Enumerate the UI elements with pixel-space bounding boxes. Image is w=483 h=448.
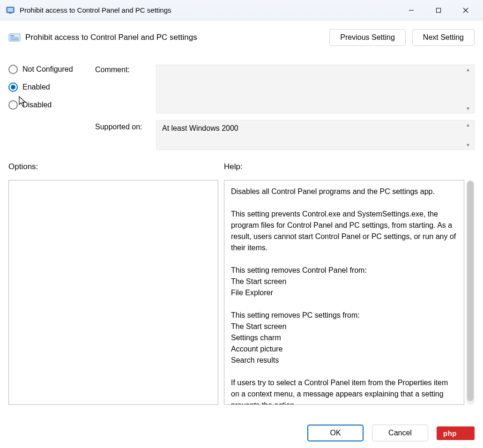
radio-enabled[interactable]: Enabled xyxy=(8,82,95,92)
supported-scroll[interactable]: ▲▼ xyxy=(464,122,472,148)
radio-icon xyxy=(8,100,18,110)
comment-scroll[interactable]: ▲▼ xyxy=(464,67,472,111)
help-text: Disables all Control Panel programs and … xyxy=(231,186,457,197)
help-text: Settings charm xyxy=(231,332,457,343)
help-text: This setting prevents Control.exe and Sy… xyxy=(231,209,457,254)
app-icon xyxy=(6,6,15,15)
radio-not-configured[interactable]: Not Configured xyxy=(8,65,95,74)
help-text: This setting removes PC settings from: xyxy=(231,310,457,321)
close-button[interactable] xyxy=(452,1,479,20)
minimize-button[interactable] xyxy=(398,1,425,20)
help-scrollbar-thumb[interactable] xyxy=(467,181,474,401)
policy-title: Prohibit access to Control Panel and PC … xyxy=(25,33,197,42)
comment-input[interactable]: ▲▼ xyxy=(156,65,475,113)
radio-disabled[interactable]: Disabled xyxy=(8,100,95,110)
cancel-button[interactable]: Cancel xyxy=(372,425,428,441)
radio-label: Not Configured xyxy=(22,65,73,74)
help-text: Account picture xyxy=(231,343,457,355)
help-text: The Start screen xyxy=(231,321,457,332)
watermark-badge: php xyxy=(437,426,475,440)
options-panel xyxy=(8,180,218,405)
help-text: The Start screen xyxy=(231,276,457,287)
radio-label: Disabled xyxy=(22,101,52,109)
help-text: Search results xyxy=(231,355,457,366)
window-titlebar: Prohibit access to Control Panel and PC … xyxy=(0,0,483,21)
comment-label: Comment: xyxy=(95,65,156,120)
previous-setting-button[interactable]: Previous Setting xyxy=(329,29,406,46)
svg-rect-8 xyxy=(10,35,14,37)
supported-on-text: At least Windows 2000 xyxy=(162,124,238,132)
help-text: This setting removes Control Panel from: xyxy=(231,265,457,276)
help-panel: Disables all Control Panel programs and … xyxy=(224,180,464,405)
radio-icon xyxy=(8,82,18,92)
policy-icon xyxy=(8,32,21,43)
svg-rect-10 xyxy=(10,39,19,40)
next-setting-button[interactable]: Next Setting xyxy=(412,29,475,46)
ok-button[interactable]: OK xyxy=(307,425,364,441)
supported-on-label: Supported on: xyxy=(95,120,156,150)
radio-icon xyxy=(8,65,18,74)
options-label: Options: xyxy=(8,162,218,172)
help-label: Help: xyxy=(224,162,475,172)
help-scrollbar[interactable] xyxy=(466,180,475,405)
svg-rect-4 xyxy=(437,8,441,12)
svg-rect-1 xyxy=(7,8,13,12)
window-title: Prohibit access to Control Panel and PC … xyxy=(20,6,171,14)
radio-label: Enabled xyxy=(22,83,50,91)
help-text: File Explorer xyxy=(231,287,457,299)
help-text: If users try to select a Control Panel i… xyxy=(231,377,457,405)
maximize-button[interactable] xyxy=(425,1,452,20)
svg-rect-9 xyxy=(10,37,19,38)
supported-on-box: At least Windows 2000 ▲▼ xyxy=(156,120,475,150)
svg-rect-2 xyxy=(9,13,12,14)
